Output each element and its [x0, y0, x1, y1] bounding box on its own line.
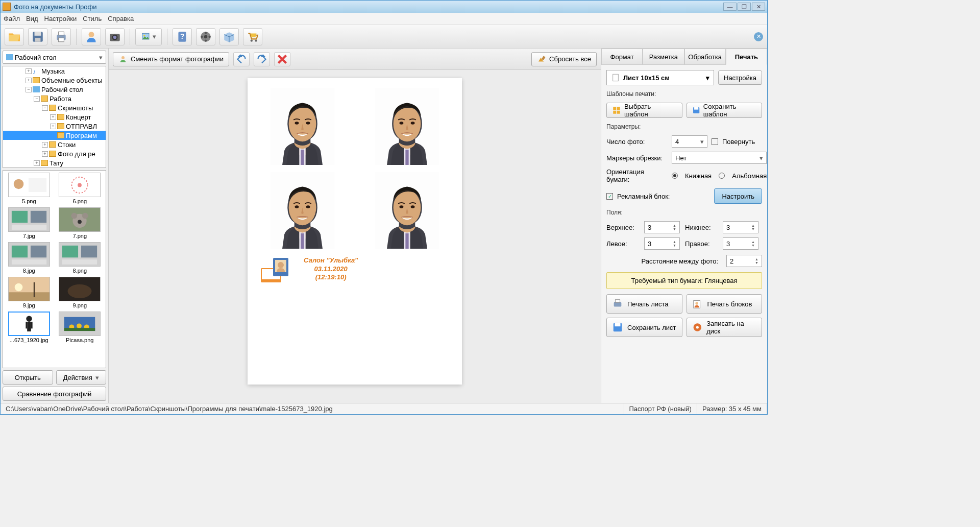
delete-button[interactable] [274, 52, 290, 66]
svg-point-22 [201, 35, 203, 37]
open-folder-button[interactable] [5, 28, 24, 45]
thumbnail[interactable]: 7.jpg [5, 207, 53, 239]
tree-item[interactable]: +Фото для ре [3, 149, 106, 158]
orient-landscape-radio[interactable] [719, 173, 725, 179]
image-dropdown-button[interactable]: ▾ [135, 28, 162, 45]
open-button[interactable]: Открыть [3, 370, 53, 385]
margin-top-input[interactable]: 3▲▼ [644, 221, 680, 233]
save-template-button[interactable]: Сохранить шаблон [687, 103, 763, 118]
tree-item[interactable]: +Стоки [3, 140, 106, 149]
gap-input[interactable]: 2▲▼ [726, 255, 762, 267]
rotate-checkbox[interactable] [712, 138, 718, 145]
crop-select[interactable]: Нет▾ [672, 152, 767, 164]
thumbnail[interactable]: 9.png [56, 277, 104, 308]
cart-button[interactable] [243, 28, 262, 45]
print-blocks-button[interactable]: Печать блоков [687, 294, 763, 314]
tree-item[interactable]: +ОТПРАВЛ [3, 122, 106, 131]
svg-rect-79 [694, 107, 698, 110]
tab-format[interactable]: Формат [601, 49, 643, 65]
compare-button[interactable]: Сравнение фотографий [3, 387, 106, 401]
tab-process[interactable]: Обработка [684, 49, 726, 65]
rotate-left-button[interactable] [233, 52, 250, 66]
help-button[interactable]: ? [173, 28, 192, 45]
menu-file[interactable]: Файл [4, 15, 20, 22]
tree-item[interactable]: +Объемные объекты [3, 76, 106, 85]
close-panel-icon[interactable]: ✕ [754, 32, 763, 41]
svg-text:?: ? [180, 32, 185, 40]
rotate-right-button[interactable] [254, 52, 270, 66]
svg-rect-76 [613, 111, 616, 114]
tree-item[interactable]: +Тату [3, 158, 106, 167]
svg-point-27 [14, 179, 24, 189]
svg-rect-50 [9, 292, 50, 301]
print-button[interactable] [52, 28, 71, 45]
svg-point-20 [205, 32, 207, 34]
person-tool-button[interactable] [82, 28, 101, 45]
statusbar: C:\Users\vaban\OneDrive\Рабочий стол\Раб… [1, 403, 767, 414]
svg-rect-77 [617, 111, 620, 114]
count-select[interactable]: 4▾ [672, 135, 707, 148]
thumbnail[interactable]: 7.png [56, 207, 104, 239]
thumbnail[interactable]: 8.png [56, 242, 104, 274]
svg-point-13 [113, 35, 117, 39]
margin-left-input[interactable]: 3▲▼ [644, 237, 680, 250]
tree-item[interactable]: −Скриншоты [3, 103, 106, 112]
fields-label: Поля: [606, 209, 762, 216]
tree-item[interactable]: −Рабочий стол [3, 85, 106, 94]
svg-rect-67 [542, 56, 546, 60]
svg-rect-44 [12, 259, 46, 265]
camera-button[interactable] [105, 28, 125, 45]
menu-help[interactable]: Справка [108, 15, 134, 22]
burn-disk-button[interactable]: Записать на диск [687, 318, 763, 337]
actions-button[interactable]: Действия▾ [56, 370, 107, 385]
svg-rect-85 [615, 323, 621, 326]
package-button[interactable] [219, 28, 239, 45]
thumbnail[interactable]: ...673_1920.jpg [5, 312, 53, 343]
video-button[interactable] [196, 28, 215, 45]
tree-item[interactable]: +♪Музыка [3, 66, 106, 76]
svg-rect-34 [31, 210, 46, 222]
minimize-button[interactable]: — [723, 3, 737, 11]
margin-bottom-input[interactable]: 3▲▼ [723, 221, 758, 233]
menu-settings[interactable]: Настройки [44, 15, 77, 22]
svg-rect-73 [613, 74, 619, 81]
tree-item[interactable]: −Работа [3, 94, 106, 103]
thumbnail[interactable]: 5.png [5, 173, 53, 204]
save-button[interactable] [28, 28, 47, 45]
svg-rect-58 [26, 322, 27, 328]
passport-photo [258, 172, 347, 249]
app-icon [3, 3, 11, 11]
svg-rect-47 [81, 245, 97, 257]
tab-print[interactable]: Печать [726, 49, 767, 65]
orient-portrait-radio[interactable] [672, 173, 678, 179]
tree-item[interactable]: Программ [3, 131, 106, 140]
chevron-down-icon: ▾ [99, 54, 103, 61]
save-sheet-button[interactable]: Сохранить лист [606, 318, 682, 337]
folder-tree[interactable]: +♪Музыка+Объемные объекты−Рабочий стол−Р… [3, 66, 106, 168]
sheet-settings-button[interactable]: Настройка [718, 70, 762, 85]
reset-all-button[interactable]: Сбросить все [531, 52, 597, 66]
print-sheet-button[interactable]: Печать листа [606, 294, 682, 314]
ad-block-checkbox[interactable]: ✓ [606, 193, 613, 200]
close-button[interactable]: ✕ [752, 3, 765, 11]
configure-button[interactable]: Настроить [714, 188, 762, 204]
change-format-button[interactable]: Сменить формат фотографии [113, 52, 229, 66]
thumbnail[interactable]: 8.jpg [5, 242, 53, 274]
menu-view[interactable]: Вид [26, 15, 38, 22]
thumbnail[interactable]: 9.jpg [5, 277, 53, 308]
margin-right-input[interactable]: 3▲▼ [723, 237, 758, 250]
maximize-button[interactable]: ❐ [738, 3, 751, 11]
thumbnail[interactable]: Picasa.png [56, 312, 104, 343]
left-panel: Рабочий стол ▾ +♪Музыка+Объемные объекты… [1, 49, 109, 403]
menu-style[interactable]: Стиль [83, 15, 102, 22]
location-combo[interactable]: Рабочий стол ▾ [3, 51, 106, 64]
thumbnail-grid[interactable]: 5.png6.png7.jpg7.png8.jpg8.png9.jpg9.png… [3, 170, 106, 368]
tab-layout[interactable]: Разметка [643, 49, 684, 65]
templates-label: Шаблоны печати: [606, 90, 762, 98]
tree-item[interactable]: +Концерт [3, 112, 106, 122]
thumbnail[interactable]: 6.png [56, 173, 104, 204]
sheet-select[interactable]: Лист 10x15 см▾ [606, 70, 714, 85]
passport-photo [362, 88, 452, 165]
choose-template-button[interactable]: Выбрать шаблон [606, 103, 682, 118]
svg-rect-52 [34, 282, 35, 297]
